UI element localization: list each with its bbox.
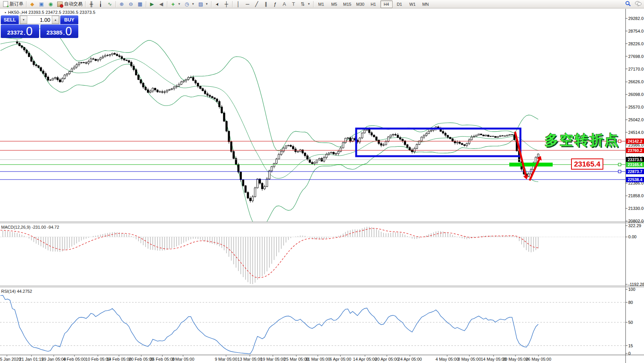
- timeframe-button-m15[interactable]: M15: [341, 0, 353, 8]
- toolbar-button-autotrading[interactable]: 自动交易: [55, 0, 84, 8]
- toolbar-button-line-chart[interactable]: ∿: [105, 0, 114, 8]
- toolbar-button-templates[interactable]: ▨▼: [196, 0, 210, 8]
- price-axis-label: 25042.0: [628, 117, 644, 122]
- timeframe-button-h1[interactable]: H1: [367, 0, 380, 8]
- toolbar-button-market-watch[interactable]: ◉: [46, 0, 55, 8]
- price-level-badge: 24142.2: [626, 139, 644, 144]
- date-axis-label: 13 Mar 05:00: [238, 357, 263, 361]
- toolbar-separator: [211, 1, 211, 7]
- toolbar-button-chart-shift[interactable]: ◀: [157, 0, 166, 8]
- price-axis-label: 21858.0: [628, 193, 644, 198]
- main-toolbar: +新订单◆▣◉自动交易╫╽∿⊕⊖▦▶◀+▼◷▼▨▼➤┼│─╱∥ƒAT⇅▼M1M5…: [0, 0, 644, 8]
- candlestick-icon: ╽: [97, 1, 104, 7]
- sell-price-dot: .: [23, 27, 26, 38]
- toolbar-button-new-order[interactable]: +新订单: [1, 0, 25, 8]
- templates-icon: ▨: [198, 1, 204, 7]
- toolbar-button-chart-wizard[interactable]: ◆: [28, 0, 37, 8]
- date-axis-label: 26 Feb 05:00: [150, 357, 175, 361]
- turning-point-annotation: 多空转折点: [545, 131, 619, 150]
- rsi-axis-label: 0: [628, 351, 631, 356]
- toolbar-button-auto-scroll[interactable]: ▶: [147, 0, 157, 8]
- toolbar-button-bar-chart[interactable]: ╫: [87, 0, 96, 8]
- date-axis-label: 29 Jan 05:00: [41, 357, 66, 361]
- buy-price-dot: .: [63, 27, 65, 38]
- chart-canvas[interactable]: [0, 0, 644, 363]
- sell-button[interactable]: SELL: [1, 15, 19, 24]
- toolbar-separator: [146, 1, 146, 7]
- toolbar-button-horizontal-line[interactable]: ─: [243, 0, 252, 8]
- chart-symbol-header: ▲HK50-,H4 23393.5 23472.5 23336.5 23373.…: [3, 10, 96, 15]
- dropdown-arrow-icon: ▼: [307, 2, 310, 6]
- price-axis-label: 27698.0: [628, 54, 644, 59]
- toolbar-button-arrows[interactable]: ⇅▼: [298, 0, 312, 8]
- timeframe-button-m5[interactable]: M5: [328, 0, 340, 8]
- price-axis-label: 24514.0: [628, 130, 644, 135]
- toolbar-button-indicators[interactable]: +▼: [168, 0, 182, 8]
- line-chart-icon: ∿: [107, 1, 113, 7]
- toolbar-button-text-label[interactable]: T: [289, 0, 298, 8]
- toolbar-button-periods[interactable]: ◷▼: [182, 0, 196, 8]
- price-level-badge: 23165.4: [626, 162, 644, 167]
- price-axis-label: 26626.0: [628, 79, 644, 84]
- toolbar-button-crosshair[interactable]: ┼: [222, 0, 231, 8]
- date-axis-label: 20 May 05:00: [503, 357, 528, 361]
- toolbar-button-zoom-in[interactable]: ⊕: [117, 0, 126, 8]
- date-axis-label: 31 Mar 05:00: [305, 357, 330, 361]
- price-axis-label: 27170.0: [628, 67, 644, 71]
- text-icon: A: [281, 1, 287, 7]
- arrows-icon: ⇅: [300, 1, 306, 7]
- periods-icon: ◷: [184, 1, 190, 7]
- autotrading-icon: [57, 1, 63, 7]
- volume-decrease-button[interactable]: ▼: [20, 16, 27, 24]
- price-axis-label: 28754.0: [628, 29, 644, 33]
- toolbar-button-text[interactable]: A: [280, 0, 289, 8]
- toolbar-button-trendline[interactable]: ╱: [252, 0, 261, 8]
- chart-wizard-icon: ◆: [29, 1, 35, 7]
- timeframe-button-w1[interactable]: W1: [406, 0, 419, 8]
- buy-price-display[interactable]: 23385.0: [40, 25, 79, 38]
- dropdown-arrow-icon: ▼: [192, 2, 195, 6]
- tile-windows-icon: ▦: [137, 1, 143, 7]
- auto-scroll-icon: ▶: [149, 1, 155, 7]
- toolbar-button-zoom-out[interactable]: ⊖: [126, 0, 135, 8]
- toolbar-button-fibonacci[interactable]: ƒ: [271, 0, 280, 8]
- toolbar-button-channel[interactable]: ∥: [261, 0, 271, 8]
- timeframe-button-h4[interactable]: H4: [380, 0, 393, 8]
- toolbar-button-vertical-line[interactable]: │: [234, 0, 243, 8]
- timeframe-button-m30[interactable]: M30: [354, 0, 367, 8]
- toolbar-separator: [167, 1, 167, 7]
- price-axis-label: 25570.0: [628, 105, 644, 109]
- buy-button[interactable]: BUY: [60, 15, 78, 24]
- date-axis-label: 26 May 05:00: [526, 357, 552, 361]
- search-icon[interactable]: [625, 1, 631, 8]
- chat-icon[interactable]: [635, 1, 642, 8]
- toolbar-button-cursor[interactable]: ➤: [213, 0, 222, 8]
- volume-increase-button[interactable]: ▲: [52, 16, 59, 24]
- timeframe-button-mn[interactable]: MN: [419, 0, 432, 8]
- toolbar-button-tile-windows[interactable]: ▦: [135, 0, 145, 8]
- toolbar-separator: [85, 1, 86, 7]
- level-price-flag: 23165.4: [571, 158, 603, 170]
- rsi-axis-label: 15: [628, 343, 633, 348]
- toolbar-separator: [232, 1, 233, 7]
- toolbar-button-profiles[interactable]: ▣: [37, 0, 46, 8]
- date-axis-label: 6 Apr 05:00: [330, 357, 351, 361]
- sell-price-display[interactable]: 23372.0: [1, 25, 39, 38]
- date-axis-label: 21 Jan 01:15: [19, 357, 44, 361]
- date-axis-label: 20 Apr 05:00: [375, 357, 399, 361]
- timeframe-button-d1[interactable]: D1: [393, 0, 406, 8]
- new-order-icon: +: [2, 1, 8, 7]
- one-click-trading-widget: SELL ▼ ▲ BUY 23372.0 23385.0: [1, 15, 78, 38]
- crosshair-icon: ┼: [223, 1, 230, 7]
- date-axis-label: 14 Apr 05:00: [353, 357, 377, 361]
- price-axis-label: 29282.0: [628, 16, 644, 21]
- toolbar-separator: [116, 1, 116, 7]
- cursor-icon: ➤: [213, 0, 221, 8]
- chart-marker-icon: ▲: [3, 11, 7, 14]
- date-axis-label: 19 Mar 05:00: [261, 357, 286, 361]
- date-axis-label: 8 May 05:00: [458, 357, 481, 361]
- volume-input[interactable]: [27, 16, 52, 24]
- rsi-axis-label: 50: [628, 320, 633, 325]
- toolbar-button-candlestick[interactable]: ╽: [96, 0, 105, 8]
- timeframe-button-m1[interactable]: M1: [315, 0, 327, 8]
